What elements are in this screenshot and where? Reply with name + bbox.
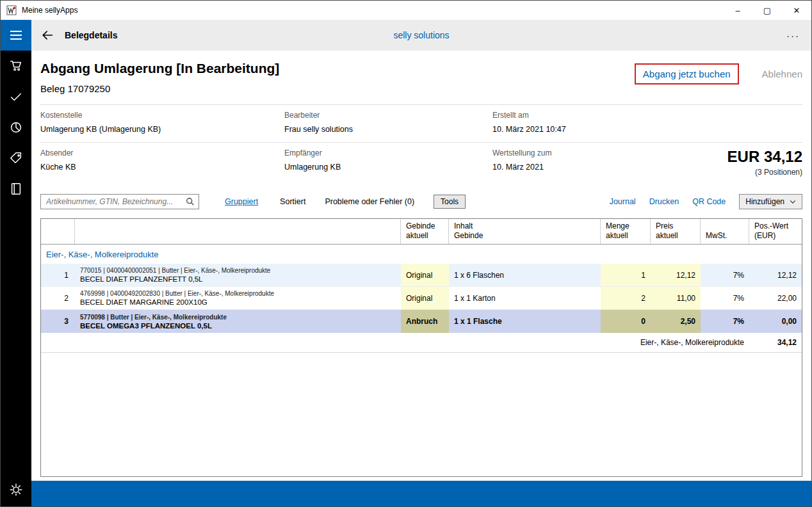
add-button-label: Hinzufügen — [745, 197, 784, 206]
qr-code-link[interactable]: QR Code — [692, 197, 726, 206]
preis-cell[interactable]: 12,12 — [651, 264, 701, 286]
poswert-cell: 12,12 — [749, 264, 802, 286]
gebinde-cell[interactable]: Anbruch — [401, 310, 449, 333]
window-title: Meine sellyApps — [22, 6, 77, 15]
col-article — [75, 219, 401, 244]
check-icon[interactable] — [1, 81, 31, 112]
col-mwst: MwSt. — [701, 219, 749, 244]
article-name: BECEL DIAET PFLANZENFETT 0,5L — [80, 275, 203, 283]
field-value: Umlagerung KB (Umlagerung KB) — [40, 125, 284, 134]
poswert-cell: 22,00 — [749, 287, 802, 309]
table-header-row: Gebinde aktuell Inhalt Gebinde Menge akt… — [41, 219, 802, 245]
table-row[interactable]: 1 770015 | 04000400002051 | Butter | Eie… — [41, 264, 802, 287]
field-value: 10. März 2021 — [492, 163, 551, 172]
row-number: 1 — [41, 264, 75, 286]
app-window: Meine sellyApps – ▢ ✕ — [0, 0, 812, 507]
toolbar: Gruppiert Sortiert Probleme oder Fehler … — [40, 194, 802, 209]
mwst-cell: 7% — [701, 310, 749, 333]
total-amount: EUR 34,12 — [727, 149, 802, 165]
tools-button[interactable]: Tools — [434, 195, 466, 209]
inhalt-cell: 1 x 1 Karton — [449, 287, 601, 309]
add-button[interactable]: Hinzufügen — [739, 194, 802, 209]
field-bearbeiter: Bearbeiter Frau selly solutions — [284, 111, 492, 134]
titlebar: Meine sellyApps – ▢ ✕ — [1, 1, 811, 20]
field-label: Kostenstelle — [40, 111, 284, 120]
pie-chart-icon[interactable] — [1, 112, 31, 143]
field-label: Erstellt am — [492, 111, 802, 120]
minimize-icon[interactable]: – — [723, 1, 752, 20]
document-heading: Abgang Umlagerung [In Bearbeitung] Beleg… — [40, 61, 279, 94]
field-label: Absender — [40, 149, 284, 157]
brand-label: selly solutions — [393, 30, 449, 40]
field-wertstellung: Wertstellung zum 10. März 2021 — [492, 149, 551, 172]
col-menge: Menge aktuell — [601, 219, 651, 244]
document-number: Beleg 17079250 — [40, 83, 279, 94]
close-icon[interactable]: ✕ — [782, 1, 811, 20]
field-label: Wertstellung zum — [492, 149, 551, 157]
article-meta: 770015 | 04000400002051 | Butter | Eier-… — [80, 267, 270, 274]
summary-value: 34,12 — [749, 333, 802, 352]
col-preis: Preis aktuell — [651, 219, 701, 244]
sidebar — [1, 20, 31, 506]
tag-icon[interactable] — [1, 143, 31, 173]
grouped-toggle[interactable]: Gruppiert — [225, 197, 258, 206]
reject-button[interactable]: Ablehnen — [762, 68, 802, 79]
row-number: 2 — [41, 287, 75, 309]
back-icon[interactable] — [40, 28, 54, 42]
more-icon[interactable]: ··· — [786, 30, 800, 41]
positions-count: (3 Positionen) — [727, 168, 802, 177]
window-controls: – ▢ ✕ — [723, 1, 811, 20]
menge-cell[interactable]: 0 — [601, 310, 651, 333]
col-inhalt: Inhalt Gebinde — [449, 219, 601, 244]
gear-icon[interactable] — [1, 474, 31, 505]
group-header: Eier-, Käse-, Molkereiprodukte — [41, 245, 802, 264]
journal-link[interactable]: Journal — [610, 197, 636, 206]
field-value: Küche KB — [40, 163, 284, 172]
article-meta: 5770098 | Butter | Eier-, Käse-, Molkere… — [80, 314, 227, 321]
field-absender: Absender Küche KB — [40, 149, 284, 177]
menu-icon[interactable] — [1, 20, 31, 51]
field-empfaenger: Empfänger Umlagerung KB — [284, 149, 492, 177]
mwst-cell: 7% — [701, 287, 749, 309]
content: Abgang Umlagerung [In Bearbeitung] Beleg… — [31, 51, 811, 481]
preis-cell[interactable]: 2,50 — [651, 310, 701, 333]
menge-cell[interactable]: 1 — [601, 264, 651, 286]
field-kostenstelle: Kostenstelle Umlagerung KB (Umlagerung K… — [40, 111, 284, 134]
inhalt-cell: 1 x 6 Flaschen — [449, 264, 601, 286]
book-icon[interactable] — [1, 173, 31, 204]
topbar: Belegdetails selly solutions ··· — [31, 20, 811, 51]
row-number: 3 — [41, 310, 75, 333]
field-value: 10. März 2021 10:47 — [492, 125, 802, 134]
search-icon[interactable] — [186, 197, 195, 206]
gebinde-cell[interactable]: Original — [401, 264, 449, 286]
document-title: Abgang Umlagerung [In Bearbeitung] — [40, 61, 279, 76]
mwst-cell: 7% — [701, 264, 749, 286]
table-row-selected[interactable]: 3 5770098 | Butter | Eier-, Käse-, Molke… — [41, 310, 802, 333]
book-outflow-button[interactable]: Abgang jetzt buchen — [635, 63, 739, 84]
preis-cell[interactable]: 11,00 — [651, 287, 701, 309]
field-label: Empfänger — [284, 149, 492, 157]
col-gebinde: Gebinde aktuell — [401, 219, 449, 244]
cart-icon[interactable] — [1, 51, 31, 81]
article-name: BECEL OMEGA3 PFLANZENOEL 0,5L — [80, 322, 212, 330]
table-row[interactable]: 2 4769998 | 04000492002830 | Butter | Ei… — [41, 287, 802, 310]
search-box[interactable] — [40, 194, 199, 209]
print-link[interactable]: Drucken — [649, 197, 679, 206]
gebinde-cell[interactable]: Original — [401, 287, 449, 309]
field-erstellt-am: Erstellt am 10. März 2021 10:47 — [492, 111, 802, 134]
menge-cell[interactable]: 2 — [601, 287, 651, 309]
search-input[interactable] — [46, 197, 186, 206]
poswert-cell: 0,00 — [749, 310, 802, 333]
positions-table: Gebinde aktuell Inhalt Gebinde Menge akt… — [40, 218, 802, 477]
col-rownum — [41, 219, 75, 244]
sorted-toggle[interactable]: Sortiert — [280, 197, 305, 206]
article-meta: 4769998 | 04000492002830 | Butter | Eier… — [80, 290, 274, 297]
article-name: BECEL DIAET MARGARINE 200X10G — [80, 298, 207, 306]
problems-filter[interactable]: Probleme oder Fehler (0) — [325, 197, 414, 206]
col-poswert: Pos.-Wert (EUR) — [749, 219, 802, 244]
maximize-icon[interactable]: ▢ — [752, 1, 782, 20]
field-value: Frau selly solutions — [284, 125, 492, 134]
field-label: Bearbeiter — [284, 111, 492, 120]
field-value: Umlagerung KB — [284, 163, 492, 172]
app-logo-icon — [6, 5, 17, 15]
